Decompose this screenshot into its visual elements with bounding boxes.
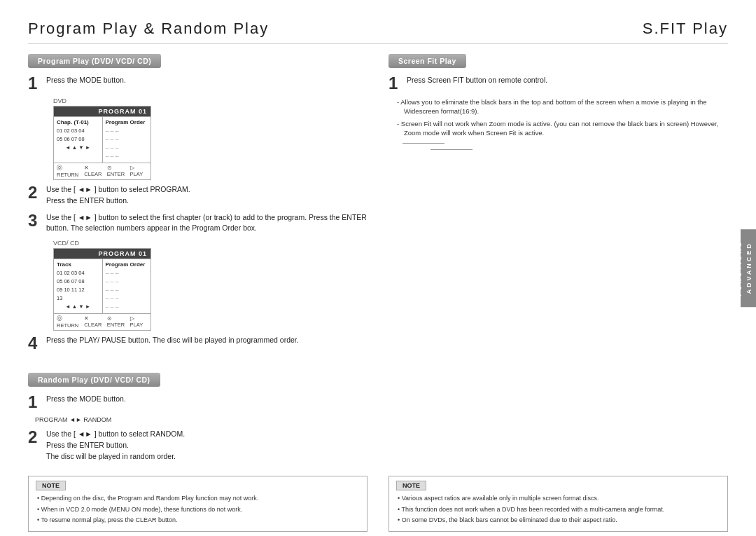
dvd-order-dashes: -- -- ---- -- ---- -- ---- -- -- <box>106 127 148 160</box>
sfit-step-1: 1 Press Screen FIT button on remote cont… <box>388 75 728 92</box>
header-row: Program Play & Random Play S.FIT Play <box>28 20 728 44</box>
vcd-order-col: Program Order -- -- ---- -- ---- -- ----… <box>103 259 151 313</box>
step-text-3: Use the [ ◄► ] button to select the firs… <box>46 212 368 235</box>
sfit-bullet-2: Screen Fit will not work when Zoom mode … <box>396 119 728 138</box>
right-tab: ADVANCED FUNCTIONS <box>741 229 756 308</box>
dvd-chap-header: Chap. (T-01) <box>57 119 99 125</box>
random-step-num-1: 1 <box>28 394 41 411</box>
random-step-text-2: Use the [ ◄► ] button to select RANDOM.P… <box>46 429 368 462</box>
left-column: Program Play (DVD/ VCD/ CD) 1 Press the … <box>28 54 368 532</box>
vcd-footer-play: ▷ PLAY <box>130 315 148 329</box>
vcd-order-header: Program Order <box>106 261 148 268</box>
step-4: 4 Press the PLAY/ PAUSE button. The disc… <box>28 335 368 352</box>
left-note-1: Depending on the disc, the Program and R… <box>36 494 360 503</box>
page-title-right: S.FIT Play <box>643 20 728 38</box>
content-columns: Program Play (DVD/ VCD/ CD) 1 Press the … <box>28 54 728 532</box>
right-note-box: NOTE Various aspect ratios are available… <box>388 476 728 532</box>
random-step-1: 1 Press the MODE button. <box>28 394 368 411</box>
random-step-num-2: 2 <box>28 429 41 446</box>
sfit-bullet-1: Allows you to eliminate the black bars i… <box>396 97 728 116</box>
random-play-header: Random Play (DVD/ VCD/ CD) <box>28 373 160 387</box>
vcd-program-box: PROGRAM 01 Track 01 02 03 0405 06 07 080… <box>53 248 151 331</box>
random-diagram: PROGRAM ◄► RANDOM <box>35 416 368 423</box>
program-play-header: Program Play (DVD/ VCD/ CD) <box>28 54 161 68</box>
vcd-footer-enter: ⊙ ENTER <box>107 315 130 329</box>
step-num-2: 2 <box>28 184 41 201</box>
screen-fit-section: Screen Fit Play 1 Press Screen FIT butto… <box>388 54 728 156</box>
dvd-footer-play: ▷ PLAY <box>130 165 148 178</box>
tab-text-functions: FUNCTIONS <box>736 240 743 296</box>
random-diagram-text: PROGRAM ◄► RANDOM <box>35 416 111 423</box>
dvd-chap-col: Chap. (T-01) 01 02 03 0405 06 07 08 ◄ ▲ … <box>54 117 103 163</box>
dvd-program-footer: ⓪ RETURN ✕ CLEAR ⊙ ENTER ▷ PLAY <box>54 163 150 179</box>
sfit-bullets: Allows you to eliminate the black bars i… <box>396 97 728 137</box>
vcd-footer-return: ⓪ RETURN <box>57 315 84 329</box>
screen-fit-header: Screen Fit Play <box>388 54 466 68</box>
program-play-section: Program Play (DVD/ VCD/ CD) 1 Press the … <box>28 54 368 357</box>
dvd-order-col: Program Order -- -- ---- -- ---- -- ----… <box>103 117 151 163</box>
dvd-label: DVD <box>53 97 368 104</box>
random-play-section: Random Play (DVD/ VCD/ CD) 1 Press the M… <box>28 373 368 467</box>
dvd-program-body: Chap. (T-01) 01 02 03 0405 06 07 08 ◄ ▲ … <box>54 116 150 163</box>
step-2: 2 Use the [ ◄► ] button to select PROGRA… <box>28 184 368 207</box>
dvd-footer-clear: ✕ CLEAR <box>84 165 106 178</box>
page-title-left: Program Play & Random Play <box>28 20 269 38</box>
step-1: 1 Press the MODE button. <box>28 75 368 92</box>
dvd-nav-arrows: ◄ ▲ ▼ ► <box>57 144 99 151</box>
step-text-2: Use the [ ◄► ] button to select PROGRAM.… <box>46 184 368 207</box>
vcd-label: VCD/ CD <box>53 240 368 247</box>
random-step-text-1: Press the MODE button. <box>46 394 368 405</box>
step-num-3: 3 <box>28 212 41 229</box>
right-column: Screen Fit Play 1 Press Screen FIT butto… <box>388 54 728 532</box>
dvd-program-header: PROGRAM 01 <box>54 106 150 116</box>
vcd-diagram: VCD/ CD PROGRAM 01 Track 01 02 03 0405 0… <box>53 240 368 331</box>
sfit-step-num-1: 1 <box>388 75 401 92</box>
random-step-2: 2 Use the [ ◄► ] button to select RANDOM… <box>28 429 368 462</box>
vcd-program-body: Track 01 02 03 0405 06 07 0809 10 11 121… <box>54 259 150 313</box>
tab-text-advanced: ADVANCED <box>746 242 752 294</box>
step-text-1: Press the MODE button. <box>46 75 368 86</box>
left-note-2: When in VCD 2.0 mode (MENU ON mode), the… <box>36 505 360 514</box>
divider-1 <box>402 143 444 144</box>
vcd-track-header: Track <box>57 261 99 268</box>
left-note-header: NOTE <box>36 481 66 490</box>
right-note-3: On some DVDs, the black bars cannot be e… <box>396 516 720 525</box>
step-num-1: 1 <box>28 75 41 92</box>
right-note-header: NOTE <box>396 481 426 490</box>
step-3: 3 Use the [ ◄► ] button to select the fi… <box>28 212 368 235</box>
sfit-step-text-1: Press Screen FIT button on remote contro… <box>407 75 728 86</box>
dvd-diagram: DVD PROGRAM 01 Chap. (T-01) 01 02 03 040… <box>53 97 368 180</box>
step-text-4: Press the PLAY/ PAUSE button. The disc w… <box>46 335 368 346</box>
dvd-footer-return: ⓪ RETURN <box>57 165 84 178</box>
right-note-2: This function does not work when a DVD h… <box>396 505 720 514</box>
right-note-1: Various aspect ratios are available only… <box>396 494 720 503</box>
vcd-nav-arrows: ◄ ▲ ▼ ► <box>57 303 99 310</box>
left-note-3: To resume normal play, press the CLEAR b… <box>36 516 360 525</box>
divider-2 <box>430 149 472 150</box>
vcd-program-footer: ⓪ RETURN ✕ CLEAR ⊙ ENTER ▷ PLAY <box>54 313 150 330</box>
step-num-4: 4 <box>28 335 41 352</box>
page-container: Program Play & Random Play S.FIT Play Pr… <box>0 0 756 536</box>
vcd-order-dashes: -- -- ---- -- ---- -- ---- -- ---- -- -- <box>106 269 148 311</box>
vcd-footer-clear: ✕ CLEAR <box>84 315 106 329</box>
vcd-track-numbers: 01 02 03 0405 06 07 0809 10 11 1213 <box>57 269 99 303</box>
left-note-box: NOTE Depending on the disc, the Program … <box>28 476 368 532</box>
dvd-program-box: PROGRAM 01 Chap. (T-01) 01 02 03 0405 06… <box>53 106 151 180</box>
vcd-program-header: PROGRAM 01 <box>54 249 150 259</box>
dvd-chap-numbers: 01 02 03 0405 06 07 08 <box>57 127 99 144</box>
dvd-footer-enter: ⊙ ENTER <box>107 165 130 178</box>
vcd-track-col: Track 01 02 03 0405 06 07 0809 10 11 121… <box>54 259 103 313</box>
dvd-order-header: Program Order <box>106 119 148 125</box>
